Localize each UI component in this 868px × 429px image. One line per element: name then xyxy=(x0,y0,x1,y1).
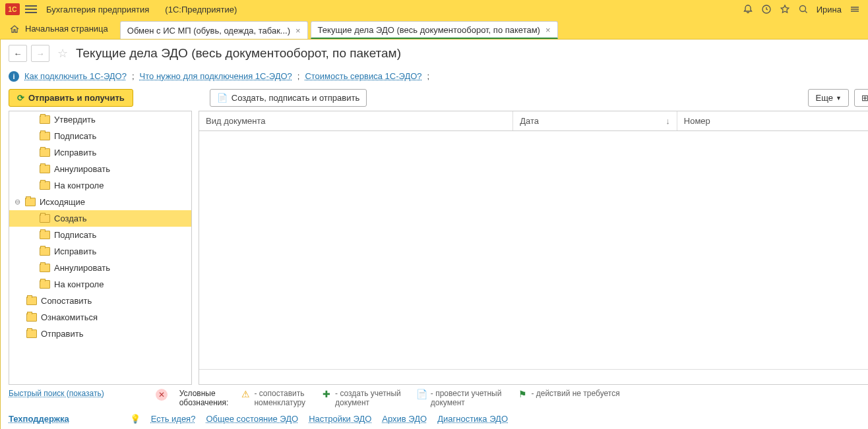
legend-match: ⚠ - сопоставитьноменклатуру xyxy=(240,389,305,407)
folder-icon xyxy=(40,247,50,256)
view-settings-button[interactable]: ⊞ Настройка просмотра xyxy=(854,89,868,107)
tree-label: Отправить xyxy=(41,329,83,339)
user-menu-icon[interactable] xyxy=(847,1,863,17)
clear-icon[interactable]: ✕ xyxy=(156,389,168,401)
nav-back-button[interactable]: ← xyxy=(9,45,27,62)
sort-indicator-icon: ↓ xyxy=(666,116,670,126)
tree-label: На контроле xyxy=(54,279,104,289)
tree-item[interactable]: Подписать xyxy=(9,128,191,144)
tree[interactable]: Утвердить Подписать Исправить Аннулирова… xyxy=(9,111,191,384)
tree-item[interactable]: На контроле xyxy=(9,276,191,293)
tree-item[interactable]: Утвердить xyxy=(9,111,191,128)
more-button[interactable]: Еще ▼ xyxy=(808,89,848,107)
info-link-cost[interactable]: Стоимость сервиса 1С-ЭДО? xyxy=(305,71,421,81)
user-name[interactable]: Ирина xyxy=(817,5,842,14)
folder-icon xyxy=(40,132,50,140)
tree-label: Создать xyxy=(54,214,86,223)
tree-label: Исправить xyxy=(54,246,96,256)
tab-label: Текущие дела ЭДО (весь документооборот, … xyxy=(318,25,540,35)
edo-archive-link[interactable]: Архив ЭДО xyxy=(382,414,427,424)
table-body[interactable] xyxy=(199,131,868,369)
chevron-down-icon: ▼ xyxy=(836,95,842,101)
tree-label: Аннулировать xyxy=(54,263,110,273)
info-bar: i Как подключить 1С-ЭДО?; Что нужно для … xyxy=(1,67,868,85)
tree-item[interactable]: Аннулировать xyxy=(9,260,191,276)
settings-icon: ⊞ xyxy=(861,93,868,103)
folder-icon xyxy=(26,329,37,338)
tabbar: Начальная страница Обмен с ИС МП (обувь,… xyxy=(0,18,868,40)
tree-label: Исправить xyxy=(54,148,96,157)
info-icon: i xyxy=(9,71,19,82)
support-link[interactable]: Техподдержка xyxy=(9,414,69,424)
close-icon[interactable]: × xyxy=(545,25,551,35)
tree-item[interactable]: Исправить xyxy=(9,144,191,161)
footer-links: Техподдержка 💡 Есть идея? Общее состояни… xyxy=(1,411,868,429)
button-label: Создать, подписать и отправить xyxy=(232,93,359,103)
home-tab[interactable]: Начальная страница xyxy=(0,18,117,39)
bell-icon[interactable] xyxy=(740,1,756,17)
edo-settings-link[interactable]: Настройки ЭДО xyxy=(309,414,371,424)
tree-item[interactable]: Сопоставить xyxy=(9,293,191,309)
folder-icon xyxy=(26,313,37,322)
tree-label: Аннулировать xyxy=(54,164,110,174)
edo-status-link[interactable]: Общее состояние ЭДО xyxy=(206,414,298,424)
create-sign-button[interactable]: 📄 Создать, подписать и отправить xyxy=(210,89,367,107)
quick-search-link[interactable]: Быстрый поиск (показать) xyxy=(9,389,104,398)
content-toolbar: ← → ☆ Текущие дела ЭДО (весь документооб… xyxy=(1,40,868,67)
tree-label: Подписать xyxy=(54,131,96,141)
info-link-require[interactable]: Что нужно для подключения 1С-ЭДО? xyxy=(140,71,292,81)
tree-item[interactable]: Исправить xyxy=(9,243,191,260)
legend-noaction: ⚑ - действий не требуется xyxy=(517,389,619,399)
close-icon[interactable]: × xyxy=(295,26,301,36)
tree-item[interactable]: Подписать xyxy=(9,227,191,243)
home-icon xyxy=(9,24,20,34)
folder-icon xyxy=(26,297,37,305)
legend-post: 📄 - провести учетныйдокумент xyxy=(417,389,502,407)
folder-icon xyxy=(40,181,50,190)
column-date[interactable]: Дата↓ xyxy=(513,111,677,130)
folder-icon xyxy=(40,165,50,173)
history-icon[interactable] xyxy=(759,1,774,17)
folder-icon xyxy=(40,214,50,223)
tree-item-create[interactable]: Создать xyxy=(9,210,191,227)
column-number[interactable]: Номер xyxy=(677,111,868,130)
button-label: Отправить и получить xyxy=(28,93,125,103)
send-receive-button[interactable]: ⟳ Отправить и получить xyxy=(9,89,133,107)
page-title: Текущие дела ЭДО (весь документооборот, … xyxy=(76,46,401,61)
folder-icon xyxy=(40,264,50,272)
nav-forward-button[interactable]: → xyxy=(31,45,49,62)
svg-point-1 xyxy=(799,6,805,12)
tree-item[interactable]: Аннулировать xyxy=(9,161,191,177)
folder-icon xyxy=(40,148,50,157)
tree-item[interactable]: На контроле xyxy=(9,177,191,194)
tab-ismp[interactable]: Обмен с ИС МП (обувь, одежда, табак...) … xyxy=(120,21,308,39)
tree-item-outgoing[interactable]: ⊖Исходящие xyxy=(9,194,191,210)
legend-label: Условные xyxy=(179,389,229,398)
app-name: Бухгалтерия предприятия xyxy=(46,5,149,14)
column-doctype[interactable]: Вид документа xyxy=(199,111,513,130)
tree-label: Сопоставить xyxy=(41,296,92,306)
document-check-icon: 📄 xyxy=(417,389,427,399)
folder-icon xyxy=(40,280,50,289)
tree-label: Подписать xyxy=(54,230,96,240)
document-icon: 📄 xyxy=(217,93,228,103)
idea-link[interactable]: Есть идея? xyxy=(151,414,196,424)
star-icon[interactable] xyxy=(777,1,793,17)
tree-item[interactable]: Ознакомиться xyxy=(9,309,191,326)
button-label: Еще xyxy=(815,93,832,103)
tree-item[interactable]: Отправить xyxy=(9,326,191,342)
tab-edo[interactable]: Текущие дела ЭДО (весь документооборот, … xyxy=(311,21,558,39)
action-bar: ⟳ Отправить и получить 📄 Создать, подпис… xyxy=(1,85,868,111)
app-logo: 1C xyxy=(5,3,20,15)
legend-label: обозначения: xyxy=(179,398,229,407)
favorite-star-icon[interactable]: ☆ xyxy=(57,46,68,61)
info-link-connect[interactable]: Как подключить 1С-ЭДО? xyxy=(24,71,127,81)
menu-icon[interactable] xyxy=(25,3,37,15)
search-icon[interactable] xyxy=(795,1,811,17)
folder-icon xyxy=(40,231,50,239)
edo-diag-link[interactable]: Диагностика ЭДО xyxy=(437,414,508,424)
platform-label: (1С:Предприятие) xyxy=(165,5,237,14)
table-nav: ⤒ ▲ ▼ ⤓ xyxy=(199,369,868,384)
tree-panel: Утвердить Подписать Исправить Аннулирова… xyxy=(9,111,192,385)
collapse-icon[interactable]: ⊖ xyxy=(13,198,21,206)
